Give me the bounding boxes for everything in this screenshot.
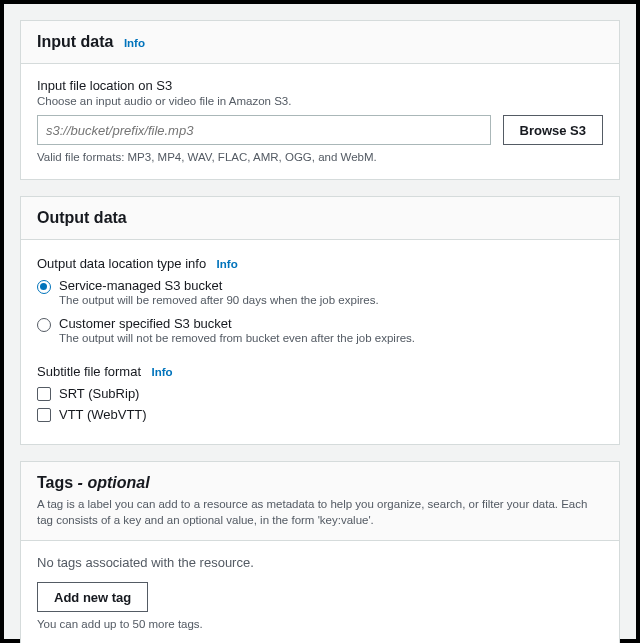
checkbox-label: VTT (WebVTT)	[59, 407, 147, 422]
tags-title-text: Tags	[37, 474, 73, 491]
output-data-header: Output data	[21, 197, 619, 240]
tags-optional-text: - optional	[73, 474, 149, 491]
tags-empty-text: No tags associated with the resource.	[37, 555, 603, 570]
input-file-label: Input file location on S3	[37, 78, 603, 93]
input-file-desc: Choose an input audio or video file in A…	[37, 95, 603, 107]
radio-service-managed[interactable]: Service-managed S3 bucket The output wil…	[37, 278, 603, 306]
output-location-label: Output data location type info	[37, 256, 206, 271]
radio-customer-specified[interactable]: Customer specified S3 bucket The output …	[37, 316, 603, 344]
subtitle-format-label: Subtitle file format	[37, 364, 141, 379]
output-data-title: Output data	[37, 209, 127, 226]
output-location-info-link[interactable]: Info	[217, 258, 238, 270]
radio-icon	[37, 280, 51, 294]
input-file-formats-hint: Valid file formats: MP3, MP4, WAV, FLAC,…	[37, 151, 603, 163]
input-data-title: Input data	[37, 33, 113, 50]
checkbox-icon	[37, 387, 51, 401]
input-data-header: Input data Info	[21, 21, 619, 64]
tags-desc: A tag is a label you can add to a resour…	[37, 496, 603, 528]
input-file-s3-input[interactable]	[37, 115, 491, 145]
tags-title: Tags - optional	[37, 474, 150, 491]
tags-header: Tags - optional A tag is a label you can…	[21, 462, 619, 541]
add-new-tag-button[interactable]: Add new tag	[37, 582, 148, 612]
subtitle-format-info-link[interactable]: Info	[152, 366, 173, 378]
input-data-info-link[interactable]: Info	[124, 37, 145, 49]
checkbox-srt[interactable]: SRT (SubRip)	[37, 386, 603, 401]
radio-label: Service-managed S3 bucket	[59, 278, 603, 293]
checkbox-vtt[interactable]: VTT (WebVTT)	[37, 407, 603, 422]
browse-s3-button[interactable]: Browse S3	[503, 115, 603, 145]
output-data-panel: Output data Output data location type in…	[20, 196, 620, 445]
tags-limit-hint: You can add up to 50 more tags.	[37, 618, 603, 630]
radio-desc: The output will be removed after 90 days…	[59, 294, 603, 306]
tags-panel: Tags - optional A tag is a label you can…	[20, 461, 620, 643]
radio-label: Customer specified S3 bucket	[59, 316, 603, 331]
checkbox-label: SRT (SubRip)	[59, 386, 139, 401]
checkbox-icon	[37, 408, 51, 422]
input-data-panel: Input data Info Input file location on S…	[20, 20, 620, 180]
radio-icon	[37, 318, 51, 332]
radio-desc: The output will not be removed from buck…	[59, 332, 603, 344]
